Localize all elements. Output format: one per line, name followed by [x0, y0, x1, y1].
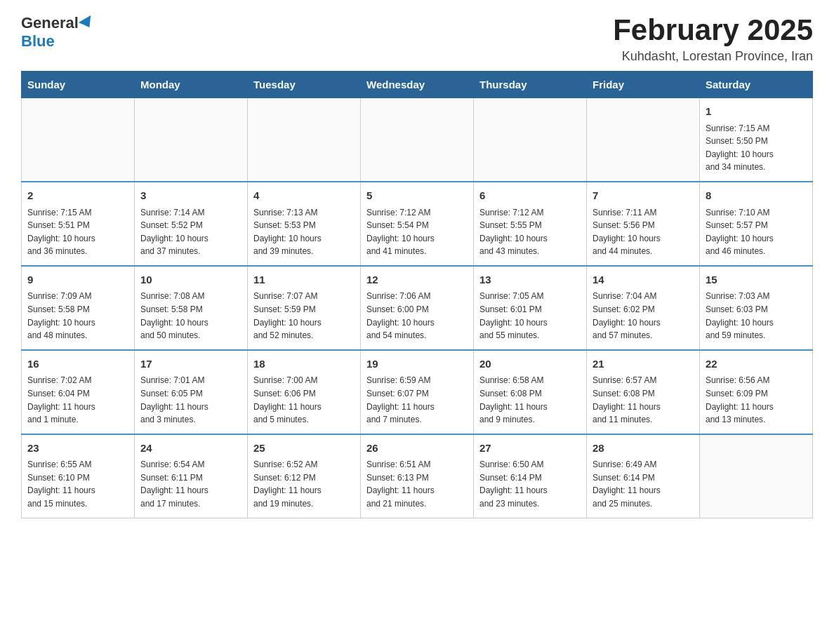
logo-blue-text: Blue	[21, 32, 55, 51]
calendar-day-cell	[361, 98, 474, 182]
logo: General Blue	[21, 14, 94, 51]
calendar-day-cell: 9Sunrise: 7:09 AM Sunset: 5:58 PM Daylig…	[22, 266, 135, 350]
day-number: 10	[140, 272, 241, 288]
calendar-day-cell: 4Sunrise: 7:13 AM Sunset: 5:53 PM Daylig…	[248, 182, 361, 266]
day-number: 8	[706, 188, 807, 204]
day-number: 14	[593, 272, 694, 288]
day-number: 3	[140, 188, 241, 204]
day-info: Sunrise: 7:07 AM Sunset: 5:59 PM Dayligh…	[253, 290, 355, 342]
day-info: Sunrise: 6:57 AM Sunset: 6:08 PM Dayligh…	[593, 374, 694, 426]
calendar-day-cell: 17Sunrise: 7:01 AM Sunset: 6:05 PM Dayli…	[135, 350, 248, 434]
header-row: SundayMondayTuesdayWednesdayThursdayFrid…	[22, 72, 813, 98]
day-number: 28	[593, 441, 694, 457]
day-number: 7	[593, 188, 694, 204]
calendar-day-cell: 5Sunrise: 7:12 AM Sunset: 5:54 PM Daylig…	[361, 182, 474, 266]
day-info: Sunrise: 6:58 AM Sunset: 6:08 PM Dayligh…	[479, 374, 581, 426]
calendar-day-cell: 24Sunrise: 6:54 AM Sunset: 6:11 PM Dayli…	[135, 434, 248, 518]
day-info: Sunrise: 7:15 AM Sunset: 5:51 PM Dayligh…	[27, 206, 128, 258]
day-info: Sunrise: 7:15 AM Sunset: 5:50 PM Dayligh…	[706, 122, 807, 174]
calendar-body: 1Sunrise: 7:15 AM Sunset: 5:50 PM Daylig…	[22, 98, 813, 518]
day-info: Sunrise: 6:56 AM Sunset: 6:09 PM Dayligh…	[706, 374, 807, 426]
calendar-day-cell: 1Sunrise: 7:15 AM Sunset: 5:50 PM Daylig…	[700, 98, 813, 182]
day-info: Sunrise: 6:59 AM Sunset: 6:07 PM Dayligh…	[366, 374, 468, 426]
day-info: Sunrise: 7:00 AM Sunset: 6:06 PM Dayligh…	[253, 374, 355, 426]
location-subtitle: Kuhdasht, Lorestan Province, Iran	[613, 49, 813, 64]
day-number: 15	[706, 272, 807, 288]
day-number: 12	[366, 272, 468, 288]
calendar-week-row: 9Sunrise: 7:09 AM Sunset: 5:58 PM Daylig…	[22, 266, 813, 350]
calendar-day-cell: 12Sunrise: 7:06 AM Sunset: 6:00 PM Dayli…	[361, 266, 474, 350]
day-number: 18	[253, 356, 355, 373]
calendar-day-cell: 3Sunrise: 7:14 AM Sunset: 5:52 PM Daylig…	[135, 182, 248, 266]
calendar-day-cell: 25Sunrise: 6:52 AM Sunset: 6:12 PM Dayli…	[248, 434, 361, 518]
day-of-week-header: Wednesday	[361, 72, 474, 98]
day-info: Sunrise: 7:12 AM Sunset: 5:54 PM Dayligh…	[366, 206, 468, 258]
day-info: Sunrise: 7:04 AM Sunset: 6:02 PM Dayligh…	[593, 290, 694, 342]
day-number: 5	[366, 188, 468, 204]
title-block: February 2025 Kuhdasht, Lorestan Provinc…	[613, 14, 813, 64]
day-info: Sunrise: 7:13 AM Sunset: 5:53 PM Dayligh…	[253, 206, 355, 258]
day-number: 20	[479, 356, 581, 373]
calendar-week-row: 1Sunrise: 7:15 AM Sunset: 5:50 PM Daylig…	[22, 98, 813, 182]
day-info: Sunrise: 6:51 AM Sunset: 6:13 PM Dayligh…	[366, 458, 468, 510]
day-number: 24	[140, 441, 241, 457]
day-number: 23	[27, 441, 128, 457]
day-info: Sunrise: 7:08 AM Sunset: 5:58 PM Dayligh…	[140, 290, 241, 342]
day-info: Sunrise: 6:54 AM Sunset: 6:11 PM Dayligh…	[140, 458, 241, 510]
calendar-week-row: 16Sunrise: 7:02 AM Sunset: 6:04 PM Dayli…	[22, 350, 813, 434]
calendar-day-cell: 21Sunrise: 6:57 AM Sunset: 6:08 PM Dayli…	[587, 350, 700, 434]
calendar-day-cell	[135, 98, 248, 182]
calendar-day-cell	[248, 98, 361, 182]
day-of-week-header: Tuesday	[248, 72, 361, 98]
day-number: 13	[479, 272, 581, 288]
day-number: 6	[479, 188, 581, 204]
day-number: 11	[253, 272, 355, 288]
calendar-day-cell: 14Sunrise: 7:04 AM Sunset: 6:02 PM Dayli…	[587, 266, 700, 350]
calendar-day-cell	[474, 98, 587, 182]
day-of-week-header: Friday	[587, 72, 700, 98]
day-of-week-header: Saturday	[700, 72, 813, 98]
calendar-day-cell: 10Sunrise: 7:08 AM Sunset: 5:58 PM Dayli…	[135, 266, 248, 350]
day-number: 25	[253, 441, 355, 457]
calendar-day-cell	[22, 98, 135, 182]
day-info: Sunrise: 7:10 AM Sunset: 5:57 PM Dayligh…	[706, 206, 807, 258]
day-info: Sunrise: 6:52 AM Sunset: 6:12 PM Dayligh…	[253, 458, 355, 510]
day-number: 26	[366, 441, 468, 457]
logo-general-text: General	[21, 14, 79, 32]
calendar-day-cell: 2Sunrise: 7:15 AM Sunset: 5:51 PM Daylig…	[22, 182, 135, 266]
day-info: Sunrise: 6:49 AM Sunset: 6:14 PM Dayligh…	[593, 458, 694, 510]
calendar-day-cell: 8Sunrise: 7:10 AM Sunset: 5:57 PM Daylig…	[700, 182, 813, 266]
day-info: Sunrise: 7:12 AM Sunset: 5:55 PM Dayligh…	[479, 206, 581, 258]
day-info: Sunrise: 6:50 AM Sunset: 6:14 PM Dayligh…	[479, 458, 581, 510]
day-info: Sunrise: 7:11 AM Sunset: 5:56 PM Dayligh…	[593, 206, 694, 258]
day-info: Sunrise: 7:06 AM Sunset: 6:00 PM Dayligh…	[366, 290, 468, 342]
day-number: 27	[479, 441, 581, 457]
calendar-week-row: 23Sunrise: 6:55 AM Sunset: 6:10 PM Dayli…	[22, 434, 813, 518]
calendar-day-cell: 27Sunrise: 6:50 AM Sunset: 6:14 PM Dayli…	[474, 434, 587, 518]
calendar-day-cell: 26Sunrise: 6:51 AM Sunset: 6:13 PM Dayli…	[361, 434, 474, 518]
day-number: 2	[27, 188, 128, 204]
day-number: 22	[706, 356, 807, 373]
calendar-table: SundayMondayTuesdayWednesdayThursdayFrid…	[21, 71, 813, 518]
day-of-week-header: Monday	[135, 72, 248, 98]
calendar-day-cell	[700, 434, 813, 518]
calendar-week-row: 2Sunrise: 7:15 AM Sunset: 5:51 PM Daylig…	[22, 182, 813, 266]
day-info: Sunrise: 7:14 AM Sunset: 5:52 PM Dayligh…	[140, 206, 241, 258]
day-info: Sunrise: 7:05 AM Sunset: 6:01 PM Dayligh…	[479, 290, 581, 342]
calendar-day-cell: 22Sunrise: 6:56 AM Sunset: 6:09 PM Dayli…	[700, 350, 813, 434]
calendar-header: SundayMondayTuesdayWednesdayThursdayFrid…	[22, 72, 813, 98]
calendar-day-cell: 28Sunrise: 6:49 AM Sunset: 6:14 PM Dayli…	[587, 434, 700, 518]
calendar-day-cell: 18Sunrise: 7:00 AM Sunset: 6:06 PM Dayli…	[248, 350, 361, 434]
day-number: 4	[253, 188, 355, 204]
page-header: General Blue February 2025 Kuhdasht, Lor…	[21, 14, 813, 64]
day-number: 19	[366, 356, 468, 373]
calendar-day-cell: 19Sunrise: 6:59 AM Sunset: 6:07 PM Dayli…	[361, 350, 474, 434]
day-info: Sunrise: 7:03 AM Sunset: 6:03 PM Dayligh…	[706, 290, 807, 342]
calendar-day-cell	[587, 98, 700, 182]
day-info: Sunrise: 7:01 AM Sunset: 6:05 PM Dayligh…	[140, 374, 241, 426]
day-of-week-header: Thursday	[474, 72, 587, 98]
logo-triangle-icon	[79, 15, 95, 31]
calendar-day-cell: 13Sunrise: 7:05 AM Sunset: 6:01 PM Dayli…	[474, 266, 587, 350]
day-info: Sunrise: 6:55 AM Sunset: 6:10 PM Dayligh…	[27, 458, 128, 510]
day-number: 9	[27, 272, 128, 288]
